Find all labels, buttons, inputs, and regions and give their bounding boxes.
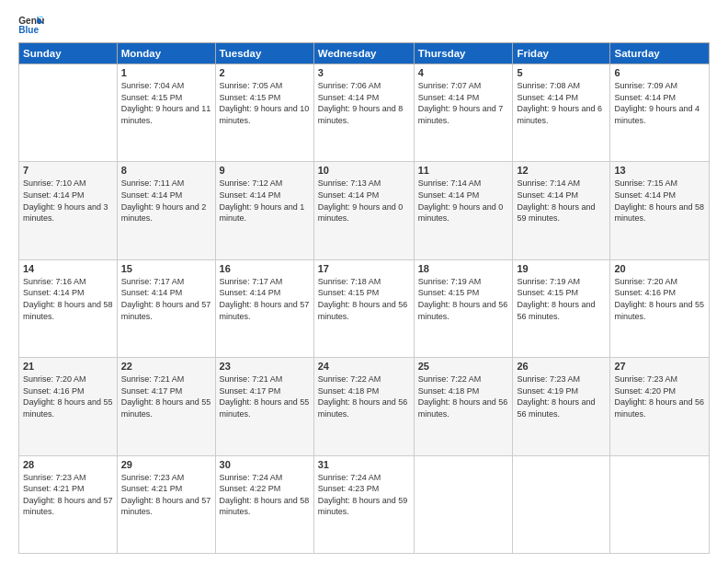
sunrise-text: Sunrise: 7:09 AM — [614, 81, 677, 90]
day-detail: Sunrise: 7:22 AMSunset: 4:18 PMDaylight:… — [318, 373, 410, 419]
sunrise-text: Sunrise: 7:10 AM — [23, 178, 86, 188]
calendar-cell: 19Sunrise: 7:19 AMSunset: 4:15 PMDayligh… — [513, 259, 610, 357]
day-number: 17 — [318, 263, 410, 274]
calendar-week-row: 28Sunrise: 7:23 AMSunset: 4:21 PMDayligh… — [19, 455, 710, 553]
sunset-text: Sunset: 4:14 PM — [23, 190, 85, 200]
day-number: 22 — [121, 361, 211, 372]
daylight-text: Daylight: 8 hours and 55 minutes. — [220, 397, 310, 419]
sunrise-text: Sunrise: 7:06 AM — [318, 81, 381, 90]
daylight-text: Daylight: 9 hours and 8 minutes. — [318, 104, 404, 125]
weekday-header-sunday: Sunday — [19, 43, 118, 64]
day-number: 15 — [121, 263, 211, 274]
day-number: 10 — [318, 165, 410, 176]
day-number: 2 — [220, 67, 310, 78]
daylight-text: Daylight: 9 hours and 0 minutes. — [418, 202, 504, 224]
sunrise-text: Sunrise: 7:23 AM — [614, 374, 677, 384]
daylight-text: Daylight: 8 hours and 55 minutes. — [614, 300, 704, 321]
calendar-cell: 10Sunrise: 7:13 AMSunset: 4:14 PMDayligh… — [313, 162, 414, 259]
day-number: 28 — [23, 459, 113, 470]
sunset-text: Sunset: 4:22 PM — [220, 484, 281, 493]
daylight-text: Daylight: 9 hours and 6 minutes. — [517, 104, 602, 125]
day-number: 20 — [614, 263, 705, 274]
day-detail: Sunrise: 7:13 AMSunset: 4:14 PMDaylight:… — [318, 178, 410, 224]
sunset-text: Sunset: 4:17 PM — [220, 386, 281, 396]
day-detail: Sunrise: 7:06 AMSunset: 4:14 PMDaylight:… — [318, 80, 410, 126]
calendar-cell: 28Sunrise: 7:23 AMSunset: 4:21 PMDayligh… — [19, 455, 118, 553]
sunset-text: Sunset: 4:14 PM — [418, 93, 480, 102]
sunset-text: Sunset: 4:21 PM — [23, 484, 85, 493]
sunset-text: Sunset: 4:15 PM — [418, 288, 480, 297]
sunrise-text: Sunrise: 7:15 AM — [614, 178, 677, 188]
calendar-week-row: 7Sunrise: 7:10 AMSunset: 4:14 PMDaylight… — [19, 162, 710, 259]
daylight-text: Daylight: 8 hours and 58 minutes. — [220, 496, 310, 517]
daylight-text: Daylight: 8 hours and 59 minutes. — [318, 496, 408, 517]
daylight-text: Daylight: 8 hours and 57 minutes. — [23, 496, 113, 517]
sunrise-text: Sunrise: 7:21 AM — [220, 374, 283, 384]
day-number: 3 — [318, 67, 410, 78]
sunrise-text: Sunrise: 7:22 AM — [318, 374, 381, 384]
sunset-text: Sunset: 4:16 PM — [614, 288, 676, 297]
sunset-text: Sunset: 4:14 PM — [23, 288, 85, 297]
day-detail: Sunrise: 7:21 AMSunset: 4:17 PMDaylight:… — [220, 373, 310, 419]
day-number: 5 — [517, 67, 606, 78]
logo: General Blue — [18, 15, 44, 35]
day-detail: Sunrise: 7:10 AMSunset: 4:14 PMDaylight:… — [23, 178, 113, 224]
daylight-text: Daylight: 8 hours and 57 minutes. — [220, 300, 310, 321]
weekday-header-wednesday: Wednesday — [313, 43, 414, 64]
weekday-header-monday: Monday — [117, 43, 215, 64]
daylight-text: Daylight: 8 hours and 56 minutes. — [318, 300, 408, 321]
sunrise-text: Sunrise: 7:08 AM — [517, 81, 580, 90]
day-detail: Sunrise: 7:07 AMSunset: 4:14 PMDaylight:… — [418, 80, 509, 126]
calendar-cell: 8Sunrise: 7:11 AMSunset: 4:14 PMDaylight… — [117, 162, 215, 259]
sunset-text: Sunset: 4:20 PM — [614, 386, 676, 396]
day-number: 27 — [614, 361, 705, 372]
day-detail: Sunrise: 7:24 AMSunset: 4:22 PMDaylight:… — [220, 472, 310, 518]
calendar-cell: 1Sunrise: 7:04 AMSunset: 4:15 PMDaylight… — [117, 64, 215, 162]
calendar-cell — [414, 455, 513, 553]
sunrise-text: Sunrise: 7:13 AM — [318, 178, 381, 188]
daylight-text: Daylight: 9 hours and 4 minutes. — [614, 104, 700, 125]
day-detail: Sunrise: 7:19 AMSunset: 4:15 PMDaylight:… — [517, 276, 606, 322]
calendar-cell — [19, 64, 118, 162]
weekday-header-thursday: Thursday — [414, 43, 513, 64]
calendar-cell: 2Sunrise: 7:05 AMSunset: 4:15 PMDaylight… — [215, 64, 313, 162]
calendar-cell: 3Sunrise: 7:06 AMSunset: 4:14 PMDaylight… — [313, 64, 414, 162]
day-detail: Sunrise: 7:12 AMSunset: 4:14 PMDaylight:… — [220, 178, 310, 224]
sunrise-text: Sunrise: 7:21 AM — [121, 374, 185, 384]
calendar-cell: 27Sunrise: 7:23 AMSunset: 4:20 PMDayligh… — [610, 358, 710, 455]
day-detail: Sunrise: 7:17 AMSunset: 4:14 PMDaylight:… — [121, 276, 211, 322]
sunrise-text: Sunrise: 7:19 AM — [418, 277, 482, 286]
sunset-text: Sunset: 4:14 PM — [418, 190, 480, 200]
sunset-text: Sunset: 4:14 PM — [220, 190, 281, 200]
calendar-cell: 24Sunrise: 7:22 AMSunset: 4:18 PMDayligh… — [313, 358, 414, 455]
day-detail: Sunrise: 7:15 AMSunset: 4:14 PMDaylight:… — [614, 178, 705, 224]
sunrise-text: Sunrise: 7:22 AM — [418, 374, 482, 384]
day-number: 11 — [418, 165, 509, 176]
day-detail: Sunrise: 7:20 AMSunset: 4:16 PMDaylight:… — [23, 373, 113, 419]
calendar-cell: 14Sunrise: 7:16 AMSunset: 4:14 PMDayligh… — [19, 259, 118, 357]
calendar-cell: 5Sunrise: 7:08 AMSunset: 4:14 PMDaylight… — [513, 64, 610, 162]
sunrise-text: Sunrise: 7:07 AM — [418, 81, 482, 90]
calendar-cell: 9Sunrise: 7:12 AMSunset: 4:14 PMDaylight… — [215, 162, 313, 259]
sunrise-text: Sunrise: 7:14 AM — [418, 178, 482, 188]
sunset-text: Sunset: 4:23 PM — [318, 484, 380, 493]
calendar-cell: 12Sunrise: 7:14 AMSunset: 4:14 PMDayligh… — [513, 162, 610, 259]
logo-icon: General Blue — [18, 15, 44, 35]
daylight-text: Daylight: 9 hours and 3 minutes. — [23, 202, 108, 224]
calendar-cell: 31Sunrise: 7:24 AMSunset: 4:23 PMDayligh… — [313, 455, 414, 553]
day-number: 12 — [517, 165, 606, 176]
weekday-header-friday: Friday — [513, 43, 610, 64]
day-detail: Sunrise: 7:17 AMSunset: 4:14 PMDaylight:… — [220, 276, 310, 322]
day-detail: Sunrise: 7:04 AMSunset: 4:15 PMDaylight:… — [121, 80, 211, 126]
daylight-text: Daylight: 8 hours and 56 minutes. — [418, 300, 508, 321]
daylight-text: Daylight: 8 hours and 56 minutes. — [318, 397, 408, 419]
calendar-cell: 20Sunrise: 7:20 AMSunset: 4:16 PMDayligh… — [610, 259, 710, 357]
calendar-cell: 15Sunrise: 7:17 AMSunset: 4:14 PMDayligh… — [117, 259, 215, 357]
daylight-text: Daylight: 8 hours and 55 minutes. — [121, 397, 211, 419]
sunset-text: Sunset: 4:15 PM — [517, 288, 578, 297]
day-detail: Sunrise: 7:08 AMSunset: 4:14 PMDaylight:… — [517, 80, 606, 126]
day-number: 16 — [220, 263, 310, 274]
daylight-text: Daylight: 9 hours and 1 minute. — [220, 202, 305, 224]
day-detail: Sunrise: 7:14 AMSunset: 4:14 PMDaylight:… — [517, 178, 606, 224]
sunrise-text: Sunrise: 7:05 AM — [220, 81, 283, 90]
